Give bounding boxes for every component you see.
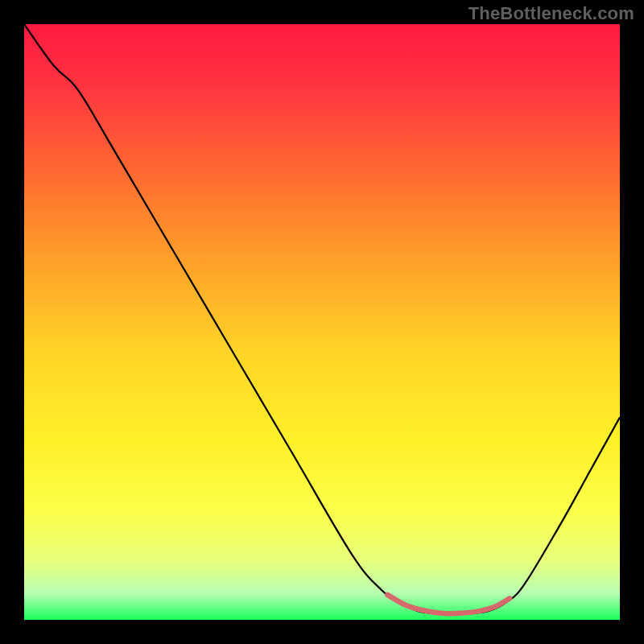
watermark-text: TheBottleneck.com <box>469 3 634 24</box>
chart-frame: TheBottleneck.com <box>0 0 644 644</box>
gradient-background <box>24 24 620 620</box>
chart-svg <box>24 24 620 620</box>
plot-area <box>24 24 620 620</box>
